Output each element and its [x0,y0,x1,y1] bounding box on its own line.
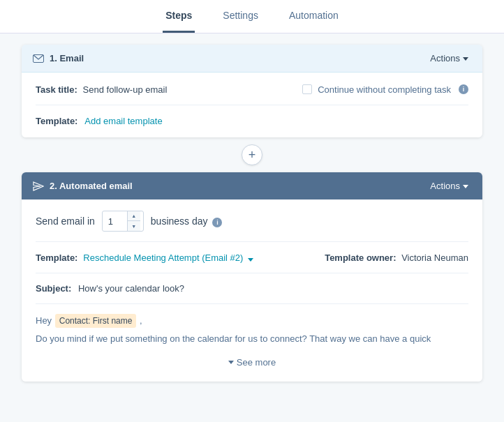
email-step-label: 1. Email [50,53,84,63]
add-email-template-link[interactable]: Add email template [84,116,162,126]
days-input[interactable] [103,213,127,230]
email-card-header: 1. Email Actions [22,45,482,73]
tab-bar: Steps Settings Automation [0,0,504,33]
template-left: Template: Reschedule Meeting Attempt (Em… [36,252,253,263]
email-card-header-left: 1. Email [33,53,84,63]
email-actions-button[interactable]: Actions [427,52,471,65]
stepper-arrows: ▲ ▼ [127,211,140,231]
stepper-up[interactable]: ▲ [128,211,140,221]
automated-actions-button[interactable]: Actions [427,179,471,193]
tab-settings[interactable]: Settings [220,0,261,33]
add-step-button[interactable]: + [242,144,262,165]
automated-actions-label: Actions [430,181,460,191]
automated-actions-chevron [463,185,468,188]
page-wrapper: Steps Settings Automation 1. Email Acti [0,0,504,393]
stepper-down[interactable]: ▼ [128,221,140,231]
template-link[interactable]: Reschedule Meeting Attempt (Email #2) [83,253,253,263]
continue-checkbox-group: Continue without completing task i [302,84,468,95]
card1-divider [36,105,468,105]
send-icon [33,181,44,191]
subject-row: Subject: How's your calendar look? [36,283,468,294]
send-email-in-row: Send email in ▲ ▼ business day i [36,211,468,232]
email-actions-chevron [463,57,468,61]
subject-label: Subject: [36,283,71,294]
template-owner-value: Victoria Neuman [401,253,468,263]
task-title-row: Task title: Send follow-up email Continu… [36,84,468,95]
contact-first-name-token[interactable]: Contact: First name [55,314,137,328]
template-link-text: Reschedule Meeting Attempt (Email #2) [83,253,243,263]
continue-label: Continue without completing task [318,84,451,95]
see-more-chevron [228,361,234,364]
hey-text: Hey [36,315,52,326]
card2-divider2 [36,273,468,273]
steps-content: 1. Email Actions Task title: Send follow… [0,33,504,393]
see-more-button[interactable]: See more [36,350,468,370]
card2-divider1 [36,241,468,242]
task-title-value: Send follow-up email [83,84,168,95]
email-greeting-row: Hey Contact: First name , [36,314,468,328]
task-title-label: Task title: [36,84,77,95]
tab-automation[interactable]: Automation [286,0,341,33]
template-label-1: Template: [36,116,77,126]
email-card-body: Task title: Send follow-up email Continu… [22,73,482,137]
business-day-text: business day [151,216,208,227]
send-email-in-label: Send email in [36,216,95,227]
business-day-info-icon[interactable]: i [212,218,222,227]
see-more-label: See more [237,357,276,368]
comma-text: , [140,315,142,326]
automated-email-card: 2. Automated email Actions Send email in… [22,172,482,382]
email-card: 1. Email Actions Task title: Send follow… [22,45,482,137]
automated-email-card-header: 2. Automated email Actions [22,172,482,199]
template-owner-label: Template owner: [325,253,396,263]
days-stepper: ▲ ▼ [102,211,144,232]
info-icon[interactable]: i [459,84,468,94]
tab-steps[interactable]: Steps [163,0,195,33]
automated-header-left: 2. Automated email [33,181,133,191]
template-owner-group: Template owner: Victoria Neuman [325,253,468,263]
template-row-2: Template: Reschedule Meeting Attempt (Em… [36,252,468,263]
automated-step-label: 2. Automated email [50,181,133,191]
subject-value: How's your calendar look? [78,283,184,294]
email-actions-label: Actions [430,53,460,63]
template-label-2: Template: [36,253,77,263]
email-icon [33,54,44,63]
email-body-text: Do you mind if we put something on the c… [36,332,468,346]
automated-email-card-body: Send email in ▲ ▼ business day i [22,199,482,382]
continue-checkbox[interactable] [302,84,312,94]
template-row-1: Template: Add email template [36,115,468,126]
template-chevron [248,258,253,262]
task-title-left: Task title: Send follow-up email [36,84,167,95]
business-day-label: business day i [151,216,223,227]
card2-divider3 [36,303,468,304]
